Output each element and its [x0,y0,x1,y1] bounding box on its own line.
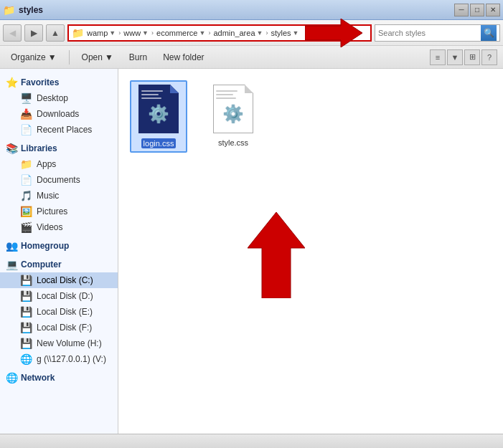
breadcrumb-www[interactable]: www ▼ [123,29,149,37]
forward-button[interactable]: ▶ [24,24,43,42]
style-css-icon: ⚙️ [210,85,256,136]
volume-h-label: New Volume (H:) [37,338,102,348]
desktop-icon: 🖥️ [20,92,32,104]
file-item-login-css[interactable]: ⚙️ login.css [130,80,187,153]
volume-h-icon: 💾 [20,338,32,349]
recent-places-icon: 📄 [20,124,32,135]
network-drive-v-label: g (\\127.0.0.1) (V:) [37,354,106,364]
view-buttons: ≡ ▼ ⊞ ? [430,49,497,65]
disk-f-icon: 💾 [20,322,32,333]
favorites-section: ⭐ Favorites 🖥️ Desktop 📥 Downloads 📄 Rec… [0,75,118,138]
recent-places-label: Recent Places [37,125,92,135]
window-controls: ─ □ ✕ [454,4,500,16]
sidebar-item-desktop[interactable]: 🖥️ Desktop [0,90,118,106]
homegroup-header[interactable]: 👥 Homegroup [0,238,118,254]
disk-d-icon: 💾 [20,290,32,302]
file-gear-icon: ⚙️ [222,104,244,124]
view-details-button[interactable]: ⊞ [464,49,480,65]
search-box[interactable]: 🔍 [375,24,500,42]
sidebar-item-local-disk-f[interactable]: 💾 Local Disk (F:) [0,320,118,335]
network-drive-v-icon: 🌐 [20,353,32,365]
computer-section: 💻 Computer 💾 Local Disk (C:) 💾 Local Dis… [0,257,118,367]
breadcrumb-wamp[interactable]: wamp ▼ [87,29,116,37]
disk-d-label: Local Disk (D:) [37,291,93,301]
documents-icon: 📄 [20,174,32,186]
login-css-icon: ⚙️ [136,85,182,136]
file-lines [216,90,256,99]
network-header[interactable]: 🌐 Network [0,370,118,386]
sidebar-item-downloads[interactable]: 📥 Downloads [0,106,118,122]
maximize-button[interactable]: □ [470,4,484,16]
login-css-label: login.css [141,138,177,148]
sidebar-item-network-drive-v[interactable]: 🌐 g (\\127.0.0.1) (V:) [0,351,118,367]
homegroup-icon: 👥 [6,240,18,252]
favorites-icon: ⭐ [6,77,18,88]
breadcrumb-admin-area[interactable]: admin_area ▼ [213,29,263,37]
nav-bar: ◀ ▶ ▲ 📁 wamp ▼ › www ▼ › ecommerce ▼ › a… [0,20,503,46]
libraries-label: Libraries [21,143,57,153]
title-bar: 📁 styles ─ □ ✕ [0,0,503,20]
open-button[interactable]: Open ▼ [77,49,118,65]
sidebar-item-documents[interactable]: 📄 Documents [0,172,118,188]
file-item-style-css[interactable]: ⚙️ style.css [205,80,262,151]
style-css-label: style.css [218,138,248,147]
status-bar [0,434,503,448]
sidebar: ⭐ Favorites 🖥️ Desktop 📥 Downloads 📄 Rec… [0,69,118,434]
disk-e-label: Local Disk (E:) [37,307,93,317]
view-dropdown-button[interactable]: ▼ [447,49,463,65]
sidebar-item-local-disk-c[interactable]: 💾 Local Disk (C:) [0,272,118,288]
up-button[interactable]: ▲ [46,24,65,42]
disk-c-label: Local Disk (C:) [37,275,93,285]
network-label: Network [21,373,55,383]
sidebar-item-apps[interactable]: 📁 Apps [0,156,118,172]
new-folder-button[interactable]: New folder [158,49,209,65]
computer-header[interactable]: 💻 Computer [0,257,118,272]
sidebar-item-videos[interactable]: 🎬 Videos [0,219,118,235]
close-button[interactable]: ✕ [486,4,500,16]
disk-e-icon: 💾 [20,306,32,318]
search-button[interactable]: 🔍 [481,25,497,41]
music-label: Music [37,191,59,201]
disk-f-label: Local Disk (F:) [37,323,92,333]
search-input[interactable] [378,29,478,37]
sidebar-item-local-disk-e[interactable]: 💾 Local Disk (E:) [0,304,118,320]
file-lines [141,90,182,99]
videos-icon: 🎬 [20,221,32,233]
organize-button[interactable]: Organize ▼ [6,49,62,65]
sidebar-item-new-volume-h[interactable]: 💾 New Volume (H:) [0,335,118,351]
minimize-button[interactable]: ─ [454,4,469,16]
libraries-icon: 📚 [6,143,18,154]
favorites-header[interactable]: ⭐ Favorites [0,75,118,90]
sidebar-item-pictures[interactable]: 🖼️ Pictures [0,204,118,219]
address-bar[interactable]: 📁 wamp ▼ › www ▼ › ecommerce ▼ › admin_a… [67,24,372,42]
sidebar-item-local-disk-d[interactable]: 💾 Local Disk (D:) [0,288,118,304]
computer-label: Computer [21,259,62,270]
downloads-icon: 📥 [20,108,32,120]
organize-label: Organize [11,52,46,62]
window-title: styles [19,5,43,15]
back-button[interactable]: ◀ [3,24,22,42]
breadcrumb-styles[interactable]: styles ▼ [271,29,298,37]
file-area: ⚙️ login.css ⚙️ style.css [118,69,503,434]
desktop-label: Desktop [37,93,68,103]
computer-icon: 💻 [6,259,18,270]
breadcrumb-ecommerce[interactable]: ecommerce ▼ [156,29,205,37]
libraries-header[interactable]: 📚 Libraries [0,140,118,156]
toolbar-separator-1 [69,50,70,65]
apps-icon: 📁 [20,158,32,170]
homegroup-label: Homegroup [21,241,69,251]
open-label: Open [82,52,103,62]
help-button[interactable]: ? [481,49,497,65]
disk-c-icon: 💾 [20,275,32,286]
sidebar-item-music[interactable]: 🎵 Music [0,188,118,204]
window-icon: 📁 [3,4,14,16]
pictures-icon: 🖼️ [20,206,32,217]
videos-label: Videos [37,222,62,232]
apps-label: Apps [37,159,56,169]
documents-label: Documents [37,175,80,185]
view-list-button[interactable]: ≡ [430,49,446,65]
sidebar-item-recent-places[interactable]: 📄 Recent Places [0,122,118,138]
burn-button[interactable]: Burn [124,49,152,65]
homegroup-section: 👥 Homegroup [0,238,118,254]
file-gear-icon: ⚙️ [148,104,169,124]
